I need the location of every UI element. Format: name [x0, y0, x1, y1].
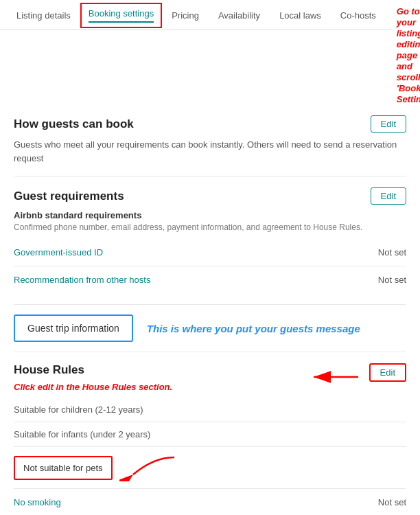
gov-id-row: Government-issued ID Not set — [14, 239, 406, 266]
house-rules-section: House Rules Click edit in the House Rule… — [14, 352, 406, 515]
guest-req-edit-button[interactable]: Edit — [371, 187, 406, 205]
tab-availability[interactable]: Availability — [209, 2, 270, 27]
tab-co-hosts[interactable]: Co-hosts — [331, 2, 386, 27]
house-rules-edit-button[interactable]: Edit — [369, 363, 406, 382]
guest-requirements-section: Guest requirements Edit Airbnb standard … — [14, 176, 406, 305]
how-guests-title: How guests can book — [14, 117, 134, 131]
how-guests-can-book-section: How guests can book Edit Guests who meet… — [14, 104, 406, 176]
how-guests-description: Guests who meet all your requirements ca… — [14, 138, 406, 165]
no-smoking-label: No smoking — [14, 497, 61, 507]
guest-req-title: Guest requirements — [14, 190, 124, 203]
guest-trip-info-section: Guest trip information This is where you… — [14, 305, 406, 352]
suitable-children-row: Suitable for children (2-12 years) — [14, 398, 406, 422]
guest-trip-annotation: This is where you put your guests messag… — [147, 323, 360, 334]
recommendation-row: Recommendation from other hosts Not set — [14, 266, 406, 293]
tab-booking-settings[interactable]: Booking settings — [80, 3, 162, 28]
airbnb-std-desc: Confirmed phone number, email address, p… — [14, 222, 406, 232]
pets-label-box: Not suitable for pets — [14, 456, 113, 480]
nav-annotation: Go to your listing editing page and scro… — [397, 6, 420, 104]
no-smoking-row: No smoking Not set — [14, 489, 406, 515]
recommendation-value: Not set — [378, 275, 406, 285]
house-rules-title: House Rules — [14, 363, 84, 376]
arrow-icon — [310, 356, 365, 398]
airbnb-std-title: Airbnb standard requirements — [14, 210, 406, 220]
recommendation-label: Recommendation from other hosts — [14, 275, 150, 285]
tab-local-laws[interactable]: Local laws — [270, 2, 331, 27]
suitable-infants-row: Suitable for infants (under 2 years) — [14, 422, 406, 447]
tab-listing-details[interactable]: Listing details — [7, 2, 80, 27]
pets-row: Not suitable for pets — [14, 447, 406, 489]
gov-id-value: Not set — [378, 247, 406, 258]
gov-id-label: Government-issued ID — [14, 247, 103, 258]
how-guests-edit-button[interactable]: Edit — [371, 115, 406, 133]
no-smoking-value: Not set — [378, 497, 406, 507]
house-rules-annotation: Click edit in the House Rules section. — [14, 382, 172, 392]
guest-trip-info-button[interactable]: Guest trip information — [14, 314, 133, 342]
pets-arrow-icon — [119, 454, 181, 481]
tab-pricing[interactable]: Pricing — [162, 2, 209, 27]
